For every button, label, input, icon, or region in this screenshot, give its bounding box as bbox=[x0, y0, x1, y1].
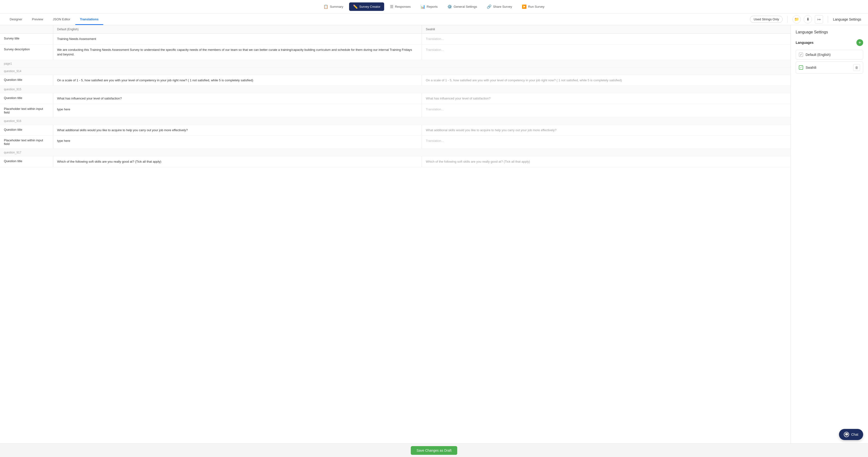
language-name-swahili: Swahili bbox=[806, 65, 851, 69]
row-translation[interactable]: Translation... bbox=[422, 34, 790, 44]
sub-nav: Designer Preview JSON Editor Translation… bbox=[0, 13, 868, 25]
table-row: Question title On a scale of 1 - 5, how … bbox=[0, 75, 790, 86]
nav-share-survey[interactable]: 🔗 Share Survey bbox=[483, 2, 516, 11]
table-header: Default (English) Swahili bbox=[0, 25, 790, 34]
nav-run-survey[interactable]: ▶️ Run Survey bbox=[518, 2, 549, 11]
sub-nav-actions: Used Strings Only 📁 ⬇ ↦ Language Setting… bbox=[750, 15, 863, 24]
chat-label: Chat bbox=[851, 433, 858, 436]
tab-preview[interactable]: Preview bbox=[27, 13, 48, 25]
nav-general-settings-label: General Settings bbox=[454, 5, 477, 8]
add-language-button[interactable]: + bbox=[857, 39, 863, 46]
sidebar-languages-title: Languages bbox=[796, 41, 813, 45]
language-checkbox-swahili[interactable] bbox=[799, 65, 803, 70]
download-button[interactable]: ⬇ bbox=[804, 15, 812, 24]
nav-reports[interactable]: 📊 Reports bbox=[416, 2, 442, 11]
bottom-bar: Save Changes as Draft bbox=[0, 444, 868, 457]
main-layout: Default (English) Swahili Survey title T… bbox=[0, 25, 868, 457]
nav-share-survey-label: Share Survey bbox=[493, 5, 512, 8]
row-default[interactable]: Which of the following soft skills are y… bbox=[53, 156, 422, 167]
chat-icon: 💬 bbox=[844, 432, 849, 437]
row-default[interactable]: On a scale of 1 - 5, how satisfied are y… bbox=[53, 75, 422, 86]
expand-button[interactable]: ↦ bbox=[815, 15, 823, 24]
summary-icon: 📋 bbox=[323, 4, 328, 9]
table-row: Survey title Training Needs Assessment T… bbox=[0, 34, 790, 45]
tab-translations[interactable]: Translations bbox=[75, 13, 103, 25]
translation-area: Default (English) Swahili Survey title T… bbox=[0, 25, 790, 457]
col-default: Default (English) bbox=[53, 25, 422, 33]
table-row: Placeholder text within input field type… bbox=[0, 104, 790, 117]
row-translation[interactable]: Which of the following soft skills are y… bbox=[422, 156, 790, 167]
row-translation[interactable]: Translation... bbox=[422, 104, 790, 117]
col-swahili: Swahili bbox=[422, 25, 790, 33]
row-translation[interactable]: On a scale of 1 - 5, how satisfied are y… bbox=[422, 75, 790, 86]
right-sidebar: Language Settings Languages + Default (E… bbox=[790, 25, 868, 457]
sub-nav-divider-2 bbox=[828, 16, 828, 23]
section-label: question_916 bbox=[0, 117, 790, 125]
table-row: Placeholder text within input field type… bbox=[0, 136, 790, 149]
expand-icon: ↦ bbox=[817, 17, 820, 22]
run-survey-icon: ▶️ bbox=[522, 4, 527, 9]
row-default[interactable]: What additional skills would you like to… bbox=[53, 125, 422, 136]
language-checkbox-default[interactable] bbox=[799, 53, 803, 57]
top-nav: 📋 Summary ✏️ Survey Creator ☰ Responses … bbox=[0, 0, 868, 13]
row-label: Question title bbox=[0, 75, 53, 86]
language-item-swahili: Swahili 🗑 bbox=[796, 61, 863, 74]
row-label: Placeholder text within input field bbox=[0, 136, 53, 149]
language-name-default: Default (English) bbox=[806, 53, 860, 57]
row-default[interactable]: Training Needs Assessment bbox=[53, 34, 422, 44]
row-default[interactable]: type here bbox=[53, 136, 422, 149]
nav-summary[interactable]: 📋 Summary bbox=[319, 2, 347, 11]
nav-general-settings[interactable]: ⚙️ General Settings bbox=[443, 2, 481, 11]
sub-nav-tabs: Designer Preview JSON Editor Translation… bbox=[5, 13, 103, 25]
nav-summary-label: Summary bbox=[330, 5, 343, 8]
nav-run-survey-label: Run Survey bbox=[528, 5, 545, 8]
sidebar-languages-header: Languages + bbox=[796, 39, 863, 46]
survey-creator-icon: ✏️ bbox=[353, 4, 358, 9]
tab-designer[interactable]: Designer bbox=[5, 13, 27, 25]
share-survey-icon: 🔗 bbox=[487, 4, 492, 9]
row-label: Question title bbox=[0, 93, 53, 104]
table-row: Survey description We are conducting thi… bbox=[0, 45, 790, 60]
table-row: Question title What has influenced your … bbox=[0, 93, 790, 104]
section-label: question_914 bbox=[0, 67, 790, 75]
general-settings-icon: ⚙️ bbox=[447, 4, 452, 9]
section-label: page1 bbox=[0, 60, 790, 67]
language-settings-sidebar-title: Language Settings bbox=[796, 30, 863, 34]
section-label: question_915 bbox=[0, 86, 790, 93]
nav-survey-creator-label: Survey Creator bbox=[359, 5, 380, 8]
language-settings-title: Language Settings bbox=[833, 18, 863, 21]
row-label: Question title bbox=[0, 125, 53, 136]
used-strings-label: Used Strings Only bbox=[753, 18, 779, 21]
folder-button[interactable]: 📁 bbox=[793, 15, 801, 24]
language-item-default: Default (English) bbox=[796, 50, 863, 60]
row-label: Survey description bbox=[0, 45, 53, 60]
row-default[interactable]: type here bbox=[53, 104, 422, 117]
row-translation[interactable]: Translation... bbox=[422, 45, 790, 60]
row-translation[interactable]: Translation... bbox=[422, 136, 790, 149]
nav-responses-label: Responses bbox=[395, 5, 410, 8]
sub-nav-divider bbox=[787, 16, 788, 23]
row-default[interactable]: What has influenced your level of satisf… bbox=[53, 93, 422, 104]
download-icon: ⬇ bbox=[806, 17, 809, 22]
reports-icon: 📊 bbox=[421, 4, 425, 9]
folder-icon: 📁 bbox=[794, 17, 799, 22]
chat-button[interactable]: 💬 Chat bbox=[839, 429, 863, 440]
row-label: Placeholder text within input field bbox=[0, 104, 53, 117]
row-label: Question title bbox=[0, 156, 53, 167]
delete-language-button[interactable]: 🗑 bbox=[853, 64, 860, 71]
section-label: question_917 bbox=[0, 149, 790, 156]
nav-survey-creator[interactable]: ✏️ Survey Creator bbox=[349, 2, 384, 11]
responses-icon: ☰ bbox=[390, 4, 393, 9]
save-draft-button[interactable]: Save Changes as Draft bbox=[411, 446, 458, 455]
used-strings-only-button[interactable]: Used Strings Only bbox=[750, 16, 783, 23]
nav-reports-label: Reports bbox=[427, 5, 438, 8]
row-translation[interactable]: What has influenced your level of satisf… bbox=[422, 93, 790, 104]
nav-responses[interactable]: ☰ Responses bbox=[386, 2, 414, 11]
table-row: Question title What additional skills wo… bbox=[0, 125, 790, 136]
row-default[interactable]: We are conducting this Training Needs As… bbox=[53, 45, 422, 60]
tab-json-editor[interactable]: JSON Editor bbox=[48, 13, 75, 25]
col-property bbox=[0, 25, 53, 33]
row-label: Survey title bbox=[0, 34, 53, 44]
table-row: Question title Which of the following so… bbox=[0, 156, 790, 167]
row-translation[interactable]: What additional skills would you like to… bbox=[422, 125, 790, 136]
